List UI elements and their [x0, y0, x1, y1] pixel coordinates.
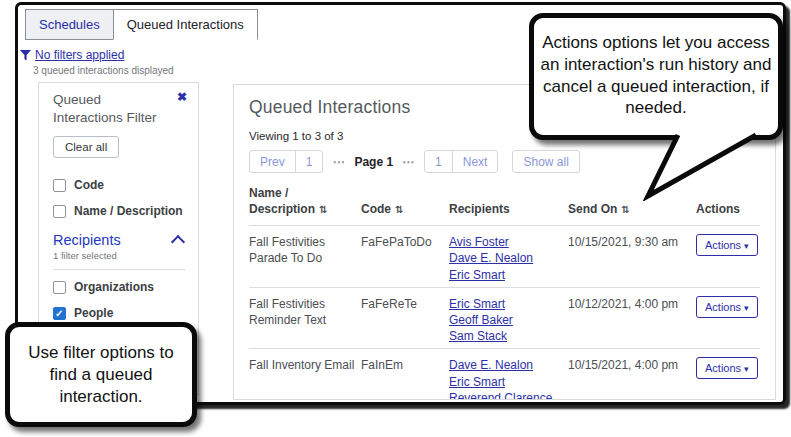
- caret-down-icon: ▾: [744, 303, 749, 313]
- caret-down-icon: ▾: [744, 241, 749, 251]
- actions-dropdown-button[interactable]: Actions▾: [696, 357, 758, 379]
- filter-option-code: Code: [53, 178, 185, 192]
- ellipsis-right: ⋯: [402, 155, 415, 169]
- header-text: Actions: [696, 202, 740, 216]
- callout-filter-note: Use filter options to find a queued inte…: [5, 322, 197, 427]
- filter-option-organizations: Organizations: [53, 280, 185, 294]
- recipient-link[interactable]: Avis Foster: [449, 234, 562, 250]
- cell-name: Fall Festivities Parade To Do: [249, 226, 361, 288]
- clear-all-button[interactable]: Clear all: [53, 136, 119, 158]
- tab-schedules[interactable]: Schedules: [25, 9, 113, 40]
- checkbox-people[interactable]: [53, 307, 66, 320]
- no-filters-applied-link[interactable]: No filters applied: [35, 48, 124, 62]
- col-header-name-description: Name / Description⇅: [249, 186, 361, 226]
- ellipsis-left: ⋯: [332, 155, 345, 169]
- caret-down-icon: ▾: [744, 364, 749, 374]
- header-text: Description: [249, 202, 315, 216]
- cell-actions: Actions▾: [696, 349, 760, 400]
- cell-code: FaInEm: [361, 349, 449, 400]
- checkbox-code[interactable]: [53, 179, 66, 192]
- header-text: Name /: [249, 186, 288, 200]
- cell-code: FaFeReTe: [361, 287, 449, 349]
- cell-actions: Actions▾: [696, 226, 760, 288]
- filter-option-label: Organizations: [74, 280, 154, 294]
- table-row: Fall Festivities Reminder Text FaFeReTe …: [249, 287, 760, 349]
- actions-button-label: Actions: [705, 301, 741, 313]
- chevron-up-icon[interactable]: [171, 235, 185, 249]
- prev-page-button[interactable]: Prev: [249, 150, 296, 173]
- col-header-recipients: Recipients: [449, 186, 568, 226]
- checkbox-name-description[interactable]: [53, 205, 66, 218]
- recipients-section-header: Recipients: [53, 232, 185, 248]
- cell-recipients: Avis Foster Dave E. Nealon Eric Smart: [449, 226, 568, 288]
- callout-tail: [638, 133, 768, 201]
- filter-option-people: People: [53, 306, 185, 320]
- table-row: Fall Inventory Email FaInEm Dave E. Neal…: [249, 349, 760, 400]
- recipient-link[interactable]: Eric Smart: [449, 296, 562, 312]
- recipient-link[interactable]: Dave E. Nealon: [449, 357, 562, 373]
- checkbox-organizations[interactable]: [53, 281, 66, 294]
- page-1-button-right[interactable]: 1: [424, 150, 453, 173]
- cell-code: FaFePaToDo: [361, 226, 449, 288]
- callout-actions-note: Actions options let you access an intera…: [529, 13, 783, 140]
- filter-status-bar: No filters applied: [20, 48, 124, 62]
- actions-dropdown-button[interactable]: Actions▾: [696, 234, 758, 256]
- cell-actions: Actions▾: [696, 287, 760, 349]
- cell-recipients: Dave E. Nealon Eric Smart Reverend Clare…: [449, 349, 568, 400]
- next-page-button[interactable]: Next: [452, 150, 499, 173]
- tab-bar: Schedules Queued Interactions: [25, 9, 258, 40]
- show-all-button[interactable]: Show all: [512, 150, 579, 173]
- recipient-link[interactable]: Geoff Baker: [449, 312, 562, 328]
- sort-icon[interactable]: ⇅: [621, 204, 629, 215]
- col-header-code: Code⇅: [361, 186, 449, 226]
- section-divider: [53, 269, 185, 270]
- recipient-link[interactable]: Sam Stack: [449, 328, 562, 344]
- filter-selected-note: 1 filter selected: [53, 250, 185, 261]
- header-text: Recipients: [449, 202, 510, 216]
- recipient-link[interactable]: Eric Smart: [449, 374, 562, 390]
- filter-option-label: People: [74, 306, 113, 320]
- filter-option-name-description: Name / Description: [53, 204, 185, 218]
- cell-send-on: 10/15/2021, 4:00 pm: [568, 349, 696, 400]
- funnel-icon: [20, 50, 31, 61]
- recipients-section-title: Recipients: [53, 232, 121, 248]
- header-text: Code: [361, 202, 391, 216]
- sort-icon[interactable]: ⇅: [395, 204, 403, 215]
- sort-icon[interactable]: ⇅: [319, 204, 327, 215]
- table-row: Fall Festivities Parade To Do FaFePaToDo…: [249, 226, 760, 288]
- current-page-label: Page 1: [354, 155, 393, 169]
- header-text: Send On: [568, 202, 617, 216]
- cell-send-on: 10/15/2021, 9:30 am: [568, 226, 696, 288]
- actions-dropdown-button[interactable]: Actions▾: [696, 296, 758, 318]
- queued-count-text: 3 queued interactions displayed: [33, 65, 174, 76]
- close-icon[interactable]: ✖: [177, 90, 187, 104]
- cell-recipients: Eric Smart Geoff Baker Sam Stack: [449, 287, 568, 349]
- filter-option-label: Code: [74, 178, 104, 192]
- recipient-link[interactable]: Dave E. Nealon: [449, 250, 562, 266]
- actions-button-label: Actions: [705, 239, 741, 251]
- recipient-link[interactable]: Reverend Clarence E. Skelton: [449, 390, 562, 400]
- queued-interactions-table: Name / Description⇅ Code⇅ Recipients Sen…: [249, 186, 760, 400]
- page-1-button-left[interactable]: 1: [295, 150, 324, 173]
- actions-button-label: Actions: [705, 362, 741, 374]
- filter-option-label: Name / Description: [74, 204, 183, 218]
- cell-send-on: 10/12/2021, 4:00 pm: [568, 287, 696, 349]
- cell-name: Fall Inventory Email: [249, 349, 361, 400]
- tab-queued-interactions[interactable]: Queued Interactions: [113, 9, 258, 40]
- cell-name: Fall Festivities Reminder Text: [249, 287, 361, 349]
- recipient-link[interactable]: Eric Smart: [449, 267, 562, 283]
- filter-panel-title: Queued Interactions Filter: [53, 91, 171, 126]
